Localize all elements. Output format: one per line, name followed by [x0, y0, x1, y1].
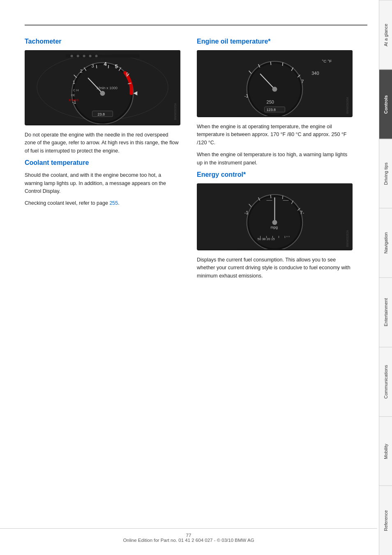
tachometer-body: Do not operate the engine with the needl… [25, 131, 180, 155]
tab-driving-tips[interactable]: Driving tips [379, 139, 392, 208]
top-border [25, 25, 367, 25]
coolant-body1: Should the coolant, and with it the engi… [25, 171, 180, 195]
svg-text:—: — [283, 197, 288, 203]
tab-driving-tips-label: Driving tips [383, 162, 388, 185]
coolant-section: Coolant temperature Should the coolant, … [25, 159, 180, 208]
svg-text:3: 3 [92, 63, 94, 68]
coolant-body2: Checking coolant level, refer to page 25… [25, 199, 180, 207]
energy-control-body: Displays the current fuel consumption. T… [197, 256, 353, 280]
svg-text:C  H: C H [73, 88, 79, 92]
energy-control-gauge-image: mpg 50 38 20 15 -1 [197, 183, 353, 249]
left-column: Tachometer [25, 38, 180, 284]
svg-text:mpg: mpg [271, 225, 278, 229]
energy-control-heading: Energy control* [197, 171, 353, 178]
tab-at-a-glance[interactable]: At a glance [379, 0, 392, 69]
page-footer: 77 Online Edition for Part no. 01 41 2 6… [0, 528, 377, 543]
tab-communications[interactable]: Communications [379, 347, 392, 416]
engine-oil-heading: Engine oil temperature* [197, 38, 353, 45]
svg-text:BMW03036A: BMW03036A [346, 97, 349, 113]
page-container: Tachometer [0, 0, 392, 555]
svg-point-28 [89, 55, 92, 57]
footer-text: Online Edition for Part no. 01 41 2 604 … [123, 538, 254, 543]
svg-text:4: 4 [104, 61, 107, 67]
svg-text:5: 5 [115, 63, 118, 69]
tab-at-a-glance-label: At a glance [383, 23, 388, 46]
tab-controls[interactable]: Controls [379, 69, 392, 139]
svg-text:123.8: 123.8 [267, 108, 276, 112]
svg-text:50  38  20  15: 50 38 20 15 [258, 237, 275, 241]
svg-text:BRAKE: BRAKE [69, 99, 79, 102]
svg-text:7: 7 [131, 84, 133, 88]
tab-navigation-label: Navigation [383, 232, 388, 254]
svg-point-29 [95, 55, 98, 57]
tab-entertainment[interactable]: Entertainment [379, 278, 392, 347]
energy-control-gauge-container: mpg 50 38 20 15 -1 [197, 183, 353, 250]
tab-navigation[interactable]: Navigation [379, 208, 392, 278]
page-number: 77 [186, 533, 191, 538]
svg-text:23.8: 23.8 [98, 112, 105, 116]
svg-text:OE: OE [71, 94, 75, 97]
tab-communications-label: Communications [383, 365, 388, 399]
svg-text:6: 6 [126, 72, 128, 76]
svg-point-25 [71, 55, 73, 57]
svg-text:340: 340 [311, 71, 319, 76]
svg-point-48 [272, 87, 277, 92]
svg-line-40 [271, 62, 271, 65]
tab-mobility-label: Mobility [383, 444, 388, 459]
engine-oil-body2: When the engine oil temperature is too h… [197, 151, 353, 167]
coolant-heading: Coolant temperature [25, 159, 180, 166]
svg-line-7 [108, 65, 108, 68]
tab-reference[interactable]: Reference [379, 486, 392, 555]
svg-line-41 [282, 62, 283, 66]
tachometer-gauge-image: 1 2 3 4 5 6 7 -1 1/min x 1000 [25, 50, 180, 124]
sidebar-tabs: At a glance Controls Driving tips Naviga… [379, 0, 392, 555]
engine-oil-gauge-container: °C °F 340 250 123.8 -1 7 BMW03036A [197, 50, 353, 117]
svg-text:2: 2 [80, 69, 83, 74]
svg-text:250: 250 [267, 99, 274, 104]
svg-text:7: 7 [301, 79, 304, 84]
tab-reference-label: Reference [383, 510, 388, 531]
svg-text:BMW03035A: BMW03035A [174, 103, 177, 120]
svg-point-26 [77, 55, 79, 57]
svg-line-6 [97, 65, 97, 68]
svg-text:7-: 7- [300, 210, 304, 215]
svg-text:1/min x 1000: 1/min x 1000 [97, 86, 118, 90]
svg-point-27 [83, 55, 85, 57]
tachometer-gauge-container: 1 2 3 4 5 6 7 -1 1/min x 1000 [25, 50, 180, 125]
tab-controls-label: Controls [383, 95, 388, 113]
main-content: Tachometer [25, 38, 353, 284]
right-column: Engine oil temperature* [197, 38, 353, 284]
tab-entertainment-label: Entertainment [383, 298, 388, 326]
svg-text:1: 1 [73, 80, 75, 85]
coolant-body2-text: Checking coolant level, refer to page [25, 200, 109, 206]
tachometer-heading: Tachometer [25, 38, 180, 45]
svg-text:-1: -1 [244, 210, 249, 215]
engine-oil-body1: When the engine is at operating temperat… [197, 123, 353, 147]
svg-text:BMW03262A: BMW03262A [346, 230, 349, 247]
engine-oil-gauge-image: °C °F 340 250 123.8 -1 7 BMW03036A [197, 50, 353, 116]
tab-mobility[interactable]: Mobility [379, 416, 392, 486]
svg-text:°C  °F: °C °F [322, 59, 332, 63]
coolant-body2-end: . [118, 200, 119, 206]
coolant-page-link[interactable]: 255 [109, 200, 118, 206]
svg-text:-1: -1 [244, 93, 249, 98]
svg-text:—: — [267, 197, 272, 203]
svg-point-21 [100, 91, 105, 96]
svg-point-77 [272, 220, 277, 225]
